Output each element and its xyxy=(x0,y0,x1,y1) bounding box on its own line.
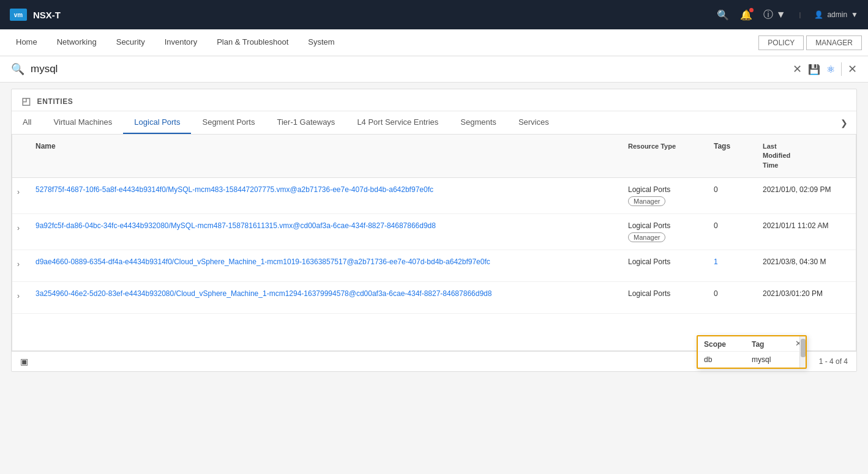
row3-expand-button[interactable]: › xyxy=(12,257,31,271)
row3-resource-type: Logical Ports xyxy=(623,255,709,268)
tag-popup-tag-header: Tag xyxy=(752,340,799,349)
tag-popup: ✕ Scope Tag db mysql xyxy=(697,335,807,369)
topbar-icons: 🔍 🔔 ⓘ ▼ | 👤 admin ▼ xyxy=(717,9,858,21)
col-name: Name xyxy=(31,139,623,172)
col-tags: Tags xyxy=(709,139,758,172)
row1-last-modified: 2021/01/0, 02:09 PM xyxy=(758,183,856,196)
tag-popup-header: Scope Tag xyxy=(698,336,806,352)
main-content: ◰ ENTITIES All Virtual Machines Logical … xyxy=(0,89,868,372)
row4-last-modified: 2021/03/01:20 PM xyxy=(758,287,856,300)
tabs-more-arrow[interactable]: ❯ xyxy=(832,112,856,134)
logo-text: vm xyxy=(14,12,23,18)
entities-label: ENTITIES xyxy=(37,97,73,106)
entities-box: ◰ ENTITIES All Virtual Machines Logical … xyxy=(11,89,857,372)
tag-popup-scrollbar[interactable] xyxy=(799,336,806,368)
tab-tier1-gateways[interactable]: Tier-1 Gateways xyxy=(266,111,346,134)
row2-tags: 0 xyxy=(709,219,758,232)
table-row: › 9a92fc5f-da86-04bc-34fc-e4434b932080/M… xyxy=(12,214,856,250)
row4-name[interactable]: 3a254960-46e2-5d20-83ef-e4434b932080/Clo… xyxy=(31,287,623,300)
search-icon[interactable]: 🔍 xyxy=(717,9,729,21)
search-input-icon: 🔍 xyxy=(11,62,24,76)
table-header: Name Resource Type Tags LastModifiedTime xyxy=(12,135,856,178)
row3-last-modified: 2021/03/8, 04:30 M xyxy=(758,255,856,268)
row1-name[interactable]: 5278f75f-4687-10f6-5a8f-e4434b9314f0/MyS… xyxy=(31,183,623,196)
tab-services[interactable]: Services xyxy=(507,111,560,134)
tag-popup-scope-header: Scope xyxy=(704,340,752,349)
nav-item-security[interactable]: Security xyxy=(107,29,155,56)
save-search-icon[interactable]: 💾 xyxy=(808,64,820,75)
row1-expand-button[interactable]: › xyxy=(12,185,31,199)
row4-resource-type: Logical Ports xyxy=(623,287,709,300)
search-divider xyxy=(841,62,842,76)
entities-header: ◰ ENTITIES xyxy=(12,89,856,111)
search-input[interactable] xyxy=(31,63,787,75)
tab-segments[interactable]: Segments xyxy=(449,111,507,134)
user-dropdown-arrow: ▼ xyxy=(851,10,858,19)
row2-name[interactable]: 9a92fc5f-da86-04bc-34fc-e4434b932080/MyS… xyxy=(31,219,623,232)
results-table: Name Resource Type Tags LastModifiedTime… xyxy=(12,135,856,351)
topbar: vm NSX-T 🔍 🔔 ⓘ ▼ | 👤 admin ▼ xyxy=(0,0,868,29)
vm-logo-icon: vm xyxy=(10,9,27,21)
nav-mode-buttons: POLICY MANAGER xyxy=(758,29,862,56)
app-logo: vm NSX-T xyxy=(10,9,61,21)
nav-item-home[interactable]: Home xyxy=(6,29,47,56)
tag-popup-tag-value: mysql xyxy=(752,355,799,364)
navbar: Home Networking Security Inventory Plan … xyxy=(0,29,868,56)
bell-icon[interactable]: 🔔 xyxy=(740,9,752,21)
entity-tabs: All Virtual Machines Logical Ports Segme… xyxy=(12,111,856,135)
tag-popup-scope-value: db xyxy=(704,355,752,364)
tab-virtual-machines[interactable]: Virtual Machines xyxy=(42,111,123,134)
user-menu[interactable]: 👤 admin ▼ xyxy=(814,10,858,19)
row1-manager-badge: Manager xyxy=(628,196,665,206)
manager-mode-button[interactable]: MANAGER xyxy=(806,35,862,50)
row2-manager-badge: Manager xyxy=(628,232,665,242)
col-last-modified: LastModifiedTime xyxy=(758,139,856,172)
entities-cube-icon: ◰ xyxy=(21,95,31,107)
user-icon: 👤 xyxy=(814,10,823,19)
row4-tags: 0 xyxy=(709,287,758,300)
policy-mode-button[interactable]: POLICY xyxy=(758,35,804,50)
tab-logical-ports[interactable]: Logical Ports xyxy=(123,111,191,134)
tab-all[interactable]: All xyxy=(12,111,42,134)
table-row: › d9ae4660-0889-6354-df4a-e4434b9314f0/C… xyxy=(12,250,856,282)
row2-last-modified: 2021/01/1 11:02 AM xyxy=(758,219,856,232)
row2-resource-type: Logical Ports Manager xyxy=(623,219,709,245)
searchbar: 🔍 ✕ 💾 ⚛ ✕ xyxy=(0,56,868,83)
help-icon[interactable]: ⓘ ▼ xyxy=(763,9,785,21)
col-resource-type: Resource Type xyxy=(623,139,709,172)
row2-expand-button[interactable]: › xyxy=(12,221,31,235)
nav-item-networking[interactable]: Networking xyxy=(47,29,107,56)
col-expand xyxy=(12,139,31,172)
close-search-button[interactable]: ✕ xyxy=(848,62,857,76)
row4-expand-button[interactable]: › xyxy=(12,289,31,303)
row1-resource-type: Logical Ports Manager xyxy=(623,183,709,209)
row1-tags: 0 xyxy=(709,183,758,196)
collapse-icon[interactable]: ▣ xyxy=(20,357,28,366)
search-actions: ✕ 💾 ⚛ ✕ xyxy=(793,62,857,76)
filter-icon[interactable]: ⚛ xyxy=(826,64,835,75)
row3-name[interactable]: d9ae4660-0889-6354-df4a-e4434b9314f0/Clo… xyxy=(31,255,623,268)
tag-popup-row: db mysql xyxy=(698,352,806,368)
nav-item-plan-troubleshoot[interactable]: Plan & Troubleshoot xyxy=(207,29,298,56)
tab-l4-port-service-entries[interactable]: L4 Port Service Entries xyxy=(346,111,449,134)
tab-segment-ports[interactable]: Segment Ports xyxy=(191,111,266,134)
table-row: › 5278f75f-4687-10f6-5a8f-e4434b9314f0/M… xyxy=(12,178,856,214)
nav-item-system[interactable]: System xyxy=(298,29,344,56)
user-label: admin xyxy=(827,10,847,19)
app-name: NSX-T xyxy=(33,10,61,20)
tag-popup-scrollthumb xyxy=(801,339,806,357)
row3-tags-count[interactable]: 1 xyxy=(709,255,758,268)
clear-search-button[interactable]: ✕ xyxy=(793,62,802,76)
nav-item-inventory[interactable]: Inventory xyxy=(155,29,207,56)
pagination-info: 1 - 4 of 4 xyxy=(819,357,848,366)
table-row: › 3a254960-46e2-5d20-83ef-e4434b932080/C… xyxy=(12,282,856,314)
